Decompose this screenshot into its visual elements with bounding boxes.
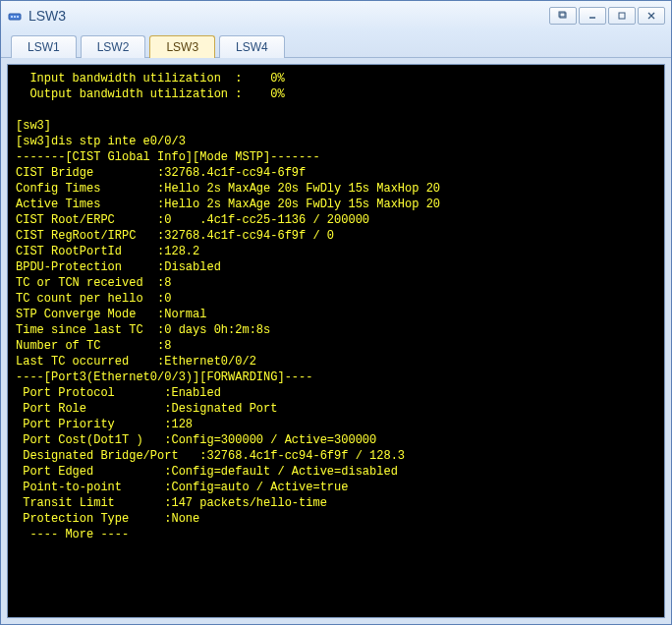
window-title: LSW3 — [28, 8, 549, 24]
terminal-line: CIST RegRoot/IRPC :32768.4c1f-cc94-6f9f … — [16, 228, 656, 244]
terminal-line: Port Edged :Config=default / Active=disa… — [16, 464, 656, 480]
tab-lsw1[interactable]: LSW1 — [11, 35, 77, 58]
tab-lsw3[interactable]: LSW3 — [149, 35, 215, 58]
terminal-line: BPDU-Protection :Disabled — [16, 259, 656, 275]
terminal-line: Point-to-point :Config=auto / Active=tru… — [16, 480, 656, 495]
minimize-button[interactable] — [579, 7, 606, 25]
terminal-line: Protection Type :None — [16, 511, 656, 527]
terminal-line: ---- More ---- — [16, 527, 656, 542]
svg-rect-3 — [17, 16, 19, 18]
terminal-line: Port Role :Designated Port — [16, 401, 656, 417]
terminal-line: STP Converge Mode :Normal — [16, 307, 656, 322]
svg-rect-2 — [14, 16, 16, 18]
terminal-line: TC count per hello :0 — [16, 291, 656, 307]
terminal-line: Time since last TC :0 days 0h:2m:8s — [16, 322, 656, 338]
terminal-line: TC or TCN received :8 — [16, 275, 656, 291]
terminal-line: Output bandwidth utilization : 0% — [16, 86, 656, 102]
terminal-output[interactable]: Input bandwidth utilization : 0% Output … — [7, 64, 665, 618]
maximize-button[interactable] — [608, 7, 636, 25]
terminal-line: [sw3]dis stp inte e0/0/3 — [16, 134, 656, 149]
tab-lsw2[interactable]: LSW2 — [81, 35, 146, 58]
terminal-line: Config Times :Hello 2s MaxAge 20s FwDly … — [16, 181, 656, 197]
terminal-line: Transit Limit :147 packets/hello-time — [16, 495, 656, 511]
window-controls — [549, 7, 665, 25]
terminal-line: [sw3] — [16, 118, 656, 134]
svg-rect-1 — [11, 16, 13, 18]
terminal-container: Input bandwidth utilization : 0% Output … — [1, 58, 671, 624]
tabbar: LSW1 LSW2 LSW3 LSW4 — [1, 30, 671, 58]
terminal-line — [16, 102, 656, 118]
terminal-line: Port Cost(Dot1T ) :Config=300000 / Activ… — [16, 432, 656, 448]
terminal-line: ----[Port3(Ethernet0/0/3)][FORWARDING]--… — [16, 369, 656, 385]
app-window: LSW3 LSW1 LSW2 LSW3 LSW4 Input bandwidth… — [0, 0, 672, 625]
pin-button[interactable] — [549, 7, 577, 25]
terminal-line: CIST RootPortId :128.2 — [16, 244, 656, 259]
terminal-line: CIST Root/ERPC :0 .4c1f-cc25-1136 / 2000… — [16, 212, 656, 228]
app-icon — [7, 8, 23, 24]
terminal-line: Port Priority :128 — [16, 417, 656, 432]
svg-rect-7 — [619, 13, 625, 19]
close-button[interactable] — [638, 7, 665, 25]
tab-lsw4[interactable]: LSW4 — [219, 35, 285, 58]
terminal-line: Designated Bridge/Port :32768.4c1f-cc94-… — [16, 448, 656, 464]
terminal-line: Port Protocol :Enabled — [16, 385, 656, 401]
titlebar: LSW3 — [1, 1, 671, 30]
terminal-line: CIST Bridge :32768.4c1f-cc94-6f9f — [16, 165, 656, 181]
terminal-line: -------[CIST Global Info][Mode MSTP]----… — [16, 149, 656, 165]
terminal-line: Number of TC :8 — [16, 338, 656, 354]
terminal-line: Active Times :Hello 2s MaxAge 20s FwDly … — [16, 197, 656, 212]
terminal-line: Input bandwidth utilization : 0% — [16, 71, 656, 86]
terminal-line: Last TC occurred :Ethernet0/0/2 — [16, 354, 656, 369]
